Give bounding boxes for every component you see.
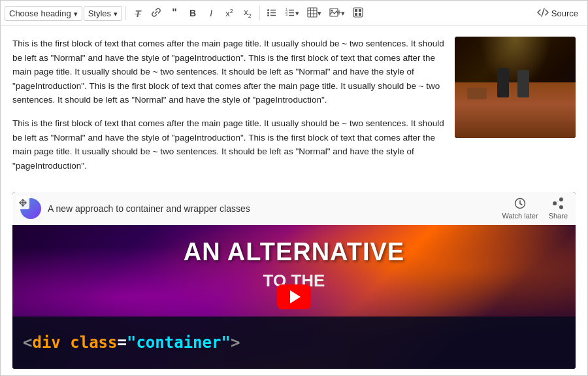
divider-1 xyxy=(125,6,126,20)
svg-rect-19 xyxy=(353,8,363,17)
table-button[interactable] xyxy=(304,4,325,22)
youtube-embed: A new approach to container and wrapper … xyxy=(12,192,576,369)
bold-button[interactable]: B xyxy=(184,4,201,22)
source-label: Source xyxy=(551,9,578,18)
link-icon xyxy=(151,7,161,20)
styles-select-label: Styles xyxy=(88,9,111,18)
watch-later-button[interactable]: Watch later xyxy=(502,197,538,220)
svg-rect-21 xyxy=(359,9,361,12)
youtube-title: A new approach to container and wrapper … xyxy=(48,203,495,214)
bullet-list-button[interactable] xyxy=(263,4,280,22)
superscript-button[interactable]: x2 xyxy=(221,4,238,22)
italic-button[interactable]: I xyxy=(203,4,220,22)
svg-rect-12 xyxy=(308,8,317,17)
theater-image xyxy=(455,37,576,138)
editor-content[interactable]: This is the first block of text that com… xyxy=(0,26,588,376)
theater-figure-2 xyxy=(517,70,529,97)
svg-rect-20 xyxy=(355,9,357,12)
play-triangle-icon xyxy=(290,290,301,303)
italic-icon: I xyxy=(210,8,212,18)
numbered-list-icon: 1. 2. 3. xyxy=(285,7,295,20)
format-clear-button[interactable]: T xyxy=(129,4,146,22)
source-icon xyxy=(537,8,549,19)
youtube-play-button[interactable] xyxy=(277,284,311,309)
theater-furniture xyxy=(467,88,487,99)
paragraph-1: This is the first block of text that com… xyxy=(12,37,444,107)
content-row-1: This is the first block of text that com… xyxy=(12,37,576,182)
format-clear-icon: T xyxy=(135,8,141,19)
subscript-icon: x2 xyxy=(244,7,252,19)
youtube-text-main: AN ALTERNATIVE xyxy=(12,238,576,266)
theater-figure-1 xyxy=(497,68,509,97)
numbered-list-chevron-icon xyxy=(295,9,299,18)
intro-text-block: This is the first block of text that com… xyxy=(12,37,444,182)
heading-select-label: Choose heading xyxy=(9,9,71,18)
youtube-code-text: <div class="container"> xyxy=(23,333,240,352)
svg-point-18 xyxy=(331,9,333,11)
numbered-list-button[interactable]: 1. 2. 3. xyxy=(282,4,302,22)
watch-later-icon xyxy=(514,197,526,211)
svg-rect-23 xyxy=(359,13,361,16)
youtube-top-bar: A new approach to container and wrapper … xyxy=(12,192,576,225)
table-chevron-icon xyxy=(318,9,321,18)
special-chars-icon xyxy=(353,7,363,20)
svg-rect-22 xyxy=(355,13,357,16)
source-button[interactable]: Source xyxy=(532,5,583,22)
heading-select[interactable]: Choose heading xyxy=(5,6,82,21)
bullet-list-icon xyxy=(267,7,277,20)
media-button[interactable] xyxy=(326,4,348,22)
heading-chevron-icon xyxy=(74,9,78,18)
share-button[interactable]: Share xyxy=(549,197,568,220)
blockquote-button[interactable]: " xyxy=(166,4,183,22)
youtube-code-bar: <div class="container"> xyxy=(12,316,576,369)
editor-toolbar: Choose heading Styles T " B I x2 xyxy=(0,0,588,26)
svg-point-2 xyxy=(267,12,269,14)
special-chars-button[interactable] xyxy=(350,4,367,22)
media-icon xyxy=(329,8,341,19)
link-button[interactable] xyxy=(148,4,165,22)
table-icon xyxy=(307,7,318,20)
styles-select[interactable]: Styles xyxy=(84,6,122,21)
divider-2 xyxy=(259,6,260,20)
youtube-controls: Watch later Share xyxy=(502,197,568,220)
svg-point-4 xyxy=(267,14,269,16)
superscript-icon: x2 xyxy=(225,8,233,18)
paragraph-2: This is the first block of text that com… xyxy=(12,116,444,173)
blockquote-icon: " xyxy=(172,7,177,19)
theater-image-block xyxy=(455,37,576,138)
watch-later-label: Watch later xyxy=(502,212,538,220)
svg-text:3.: 3. xyxy=(286,12,288,16)
svg-point-0 xyxy=(267,9,269,11)
theater-light xyxy=(479,37,551,88)
youtube-move-handle[interactable] xyxy=(16,196,29,209)
share-label: Share xyxy=(549,212,568,220)
media-chevron-icon xyxy=(341,9,345,18)
share-icon xyxy=(552,197,564,211)
bold-icon: B xyxy=(189,8,196,18)
svg-rect-17 xyxy=(330,9,338,16)
subscript-button[interactable]: x2 xyxy=(239,4,256,22)
youtube-video-area[interactable]: AN ALTERNATIVE TO THE <div class="contai… xyxy=(12,225,576,369)
styles-chevron-icon xyxy=(114,9,118,18)
